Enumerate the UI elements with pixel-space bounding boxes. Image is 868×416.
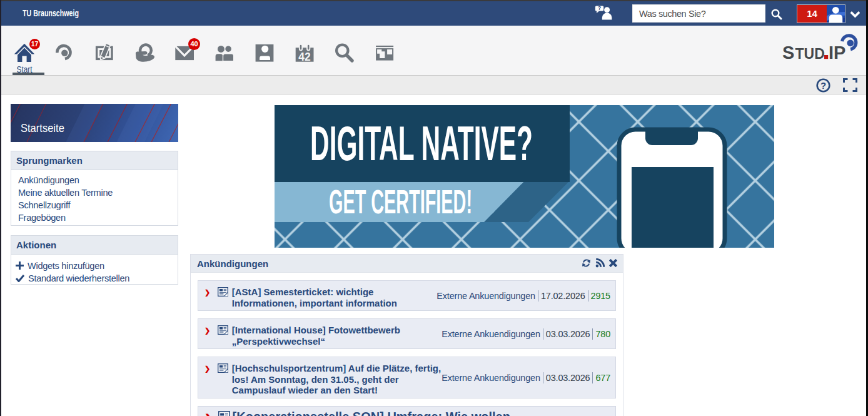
svg-text:?: ? xyxy=(820,80,826,91)
svg-text:DIGITAL NATIVE?: DIGITAL NATIVE? xyxy=(310,116,533,171)
svg-text:S: S xyxy=(782,43,794,59)
svg-text:TUD: TUD xyxy=(795,46,825,59)
svg-text:GET CERTIFIED!: GET CERTIFIED! xyxy=(329,183,472,220)
svg-text:42: 42 xyxy=(298,51,311,63)
svg-text:IP: IP xyxy=(829,43,845,59)
svg-text:?: ? xyxy=(598,6,601,11)
